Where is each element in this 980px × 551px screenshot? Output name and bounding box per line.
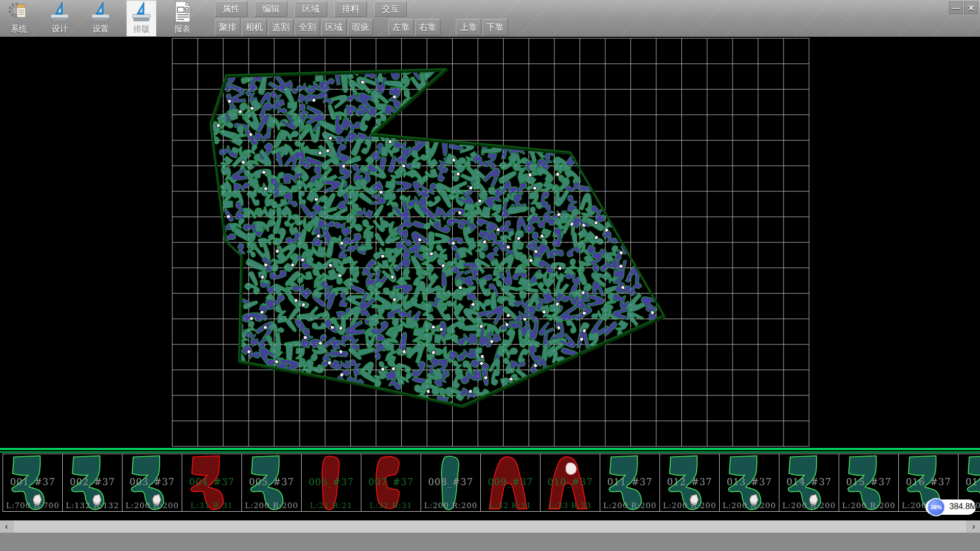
menu-tab-4[interactable]: 排料	[334, 1, 367, 17]
tool-button-聚排[interactable]: 聚排	[215, 19, 240, 36]
menu-tab-5[interactable]: 交互	[374, 1, 407, 17]
piece-thumbnail-strip: 001_#37L:700 R:700002_#37L:132 R:132003_…	[0, 454, 980, 512]
tool-button-全割[interactable]: 全割	[295, 19, 320, 36]
tool-button-左靠[interactable]: 左靠	[388, 19, 414, 36]
piece-shape	[779, 454, 839, 511]
report-icon	[171, 0, 193, 23]
ruler-icon	[48, 0, 71, 23]
menu-tab-2[interactable]: 编辑	[255, 1, 287, 17]
status-bar	[0, 533, 980, 551]
piece-shape	[122, 454, 182, 511]
piece-shape	[421, 454, 480, 511]
piece-thumbnail-13[interactable]: 013_#37L:200 R:200	[719, 454, 779, 512]
ruler-icon	[130, 0, 153, 23]
minimize-button[interactable]: —	[949, 2, 963, 14]
horizontal-scrollbar[interactable]: ‹ ›	[0, 520, 980, 533]
tool-button-右靠[interactable]: 右靠	[415, 19, 440, 36]
progress-badge[interactable]: 38% 384.8M	[925, 499, 976, 515]
piece-shape	[63, 454, 122, 511]
piece-shape	[660, 454, 719, 511]
separator-line-top	[0, 448, 980, 450]
piece-shape	[839, 454, 898, 511]
close-button[interactable]: ✕	[964, 2, 978, 14]
nesting-canvas[interactable]	[0, 37, 980, 448]
piece-thumbnail-14[interactable]: 014_#37L:200 R:200	[779, 454, 839, 512]
piece-thumbnail-12[interactable]: 012_#37L:200 R:200	[659, 454, 720, 512]
app-button-label: 设置	[92, 24, 109, 35]
tool-bar: 聚排相机选割全割区域瑕疵左靠右靠上靠下靠	[215, 19, 509, 36]
piece-thumbnail-10[interactable]: 010_#37L:33 R:33	[540, 454, 600, 512]
app-switcher: 系统设计设置排版报表	[4, 1, 208, 36]
tool-button-选割[interactable]: 选割	[268, 19, 293, 36]
app-button-2[interactable]: 设计	[45, 1, 75, 36]
tool-group-gap	[442, 19, 456, 36]
piece-shape	[720, 454, 779, 511]
gear-icon	[8, 0, 30, 23]
tool-button-瑕疵[interactable]: 瑕疵	[348, 19, 373, 36]
scroll-right-button[interactable]: ›	[967, 520, 980, 533]
piece-thumbnail-3[interactable]: 003_#37L:200 R:200	[122, 454, 182, 512]
piece-shape	[3, 454, 62, 511]
piece-thumbnail-6[interactable]: 006_#37L:21 R:21	[301, 454, 361, 512]
app-button-5[interactable]: 报表	[167, 1, 197, 36]
piece-shape	[541, 454, 600, 511]
app-button-label: 报表	[174, 24, 190, 35]
piece-shape	[242, 454, 301, 511]
piece-thumbnail-11[interactable]: 011_#37L:200 R:200	[600, 454, 660, 512]
app-button-3[interactable]: 设置	[86, 1, 115, 36]
menu-tab-3[interactable]: 区域	[295, 1, 327, 17]
tool-button-区域[interactable]: 区域	[321, 19, 347, 36]
piece-thumbnail-7[interactable]: 007_#37L:31 R:31	[361, 454, 421, 512]
nesting-canvas-svg[interactable]	[0, 37, 980, 448]
piece-shape	[361, 454, 421, 511]
tool-group-gap	[374, 19, 388, 36]
progress-percent-circle: 38%	[927, 498, 945, 516]
piece-shape	[600, 454, 659, 511]
app-button-1[interactable]: 系统	[4, 1, 34, 36]
main-toolbar: 系统设计设置排版报表 属性编辑区域排料交互 聚排相机选割全割区域瑕疵左靠右靠上靠…	[0, 0, 980, 37]
scroll-left-button[interactable]: ‹	[0, 520, 13, 533]
memory-size-label: 384.8M	[949, 502, 976, 511]
window-controls: — ✕	[949, 2, 978, 14]
app-button-4[interactable]: 排版	[127, 1, 156, 36]
piece-thumbnail-2[interactable]: 002_#37L:132 R:132	[62, 454, 122, 512]
piece-thumbnail-1[interactable]: 001_#37L:700 R:700	[3, 454, 63, 512]
piece-thumbnail-5[interactable]: 005_#37L:200 R:200	[241, 454, 302, 512]
piece-thumbnail-15[interactable]: 015_#37L:200 R:200	[839, 454, 899, 512]
separator-line-bottom	[0, 452, 980, 453]
menu-bar: 属性编辑区域排料交互	[215, 1, 414, 17]
piece-shape	[481, 454, 540, 511]
app-button-label: 设计	[52, 24, 68, 35]
piece-thumbnail-9[interactable]: 009_#37L:32 R:31	[480, 454, 541, 512]
app-button-label: 系统	[11, 24, 27, 35]
piece-thumbnail-4[interactable]: 004_#37L:31 R:31	[182, 454, 242, 512]
piece-thumbnail-8[interactable]: 008_#37L:200 R:200	[421, 454, 481, 512]
tool-button-相机[interactable]: 相机	[241, 19, 267, 36]
ruler-icon	[89, 0, 112, 23]
piece-shape	[182, 454, 241, 511]
tool-button-下靠[interactable]: 下靠	[482, 19, 508, 36]
app-button-label: 排版	[133, 24, 150, 35]
menu-tab-1[interactable]: 属性	[215, 1, 248, 17]
piece-shape	[302, 454, 361, 511]
tool-button-上靠[interactable]: 上靠	[456, 19, 481, 36]
